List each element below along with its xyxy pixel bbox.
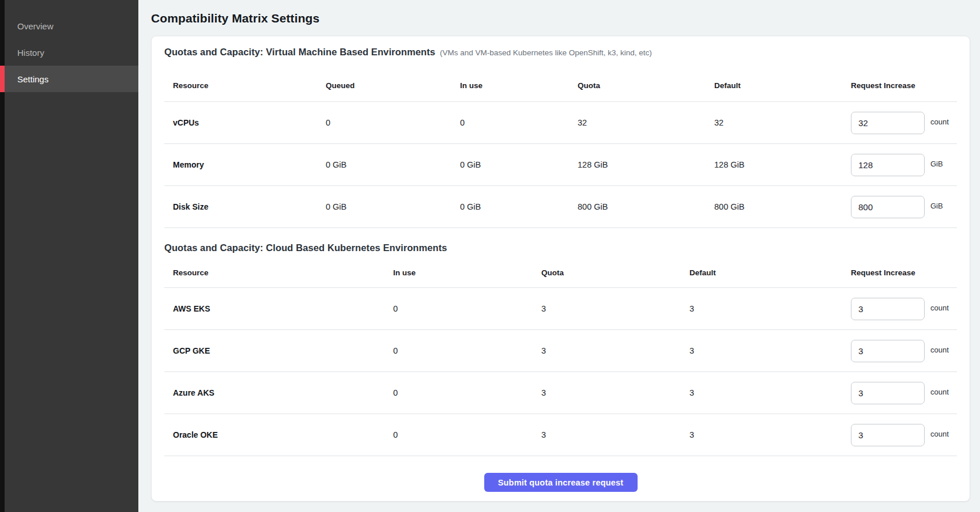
default-cell: 800 GiB	[714, 202, 851, 211]
request-increase-cell: count	[851, 424, 958, 446]
column-header: Quota	[541, 268, 689, 277]
default-cell: 3	[689, 346, 851, 355]
default-cell: 3	[689, 388, 851, 397]
request-increase-input[interactable]	[851, 424, 925, 446]
sidebar-item-overview[interactable]: Overview	[0, 13, 138, 39]
table-header-row: Resource In use Quota Default Request In…	[164, 258, 957, 288]
default-cell: 32	[714, 118, 851, 127]
in-use-cell: 0 GiB	[460, 202, 578, 211]
request-increase-input[interactable]	[851, 154, 925, 176]
queued-cell: 0 GiB	[326, 202, 460, 211]
in-use-cell: 0	[393, 388, 541, 397]
unit-label: count	[930, 117, 958, 126]
column-header: Resource	[173, 81, 326, 90]
request-increase-cell: GiB	[851, 196, 958, 218]
sidebar-item-history[interactable]: History	[0, 39, 138, 66]
request-increase-input[interactable]	[851, 298, 925, 320]
column-header: In use	[460, 81, 578, 90]
column-header: Default	[689, 268, 851, 277]
sidebar-nav: Overview History Settings	[0, 0, 138, 92]
card-footer: Submit quota increase request	[164, 473, 957, 492]
quota-cell: 3	[541, 430, 689, 439]
sidebar: Overview History Settings	[0, 0, 138, 512]
quota-cell: 3	[541, 346, 689, 355]
table-row: Memory 0 GiB 0 GiB 128 GiB 128 GiB GiB	[164, 144, 957, 186]
in-use-cell: 0	[393, 304, 541, 313]
table-row: Oracle OKE 0 3 3 count	[164, 414, 957, 456]
unit-label: count	[930, 346, 958, 354]
queued-cell: 0	[326, 118, 460, 127]
section-cloud-k8s-environments: Quotas and Capacity: Cloud Based Kuberne…	[164, 242, 957, 456]
unit-label: count	[930, 304, 958, 312]
section-heading: Quotas and Capacity: Virtual Machine Bas…	[164, 47, 435, 58]
section-vm-environments: Quotas and Capacity: Virtual Machine Bas…	[164, 47, 957, 228]
request-increase-cell: GiB	[851, 154, 958, 176]
submit-quota-request-button[interactable]: Submit quota increase request	[484, 473, 638, 492]
table-row: Azure AKS 0 3 3 count	[164, 372, 957, 414]
default-cell: 128 GiB	[714, 160, 851, 169]
in-use-cell: 0	[393, 430, 541, 439]
sidebar-item-label: Overview	[17, 21, 54, 31]
section-heading: Quotas and Capacity: Cloud Based Kuberne…	[164, 242, 447, 253]
quota-cell: 3	[541, 304, 689, 313]
unit-label: GiB	[930, 202, 958, 210]
column-header: Request Increase	[851, 81, 957, 90]
resource-cell: Disk Size	[173, 202, 326, 211]
table-row: AWS EKS 0 3 3 count	[164, 288, 957, 330]
table-row: Disk Size 0 GiB 0 GiB 800 GiB 800 GiB Gi…	[164, 186, 957, 228]
column-header: Default	[714, 81, 851, 90]
resource-cell: Memory	[173, 160, 326, 169]
in-use-cell: 0 GiB	[460, 160, 578, 169]
sidebar-item-label: Settings	[17, 74, 48, 84]
request-increase-cell: count	[851, 382, 958, 404]
quota-cell: 128 GiB	[578, 160, 714, 169]
request-increase-input[interactable]	[851, 382, 925, 404]
request-increase-input[interactable]	[851, 112, 925, 134]
unit-label: count	[930, 388, 958, 396]
default-cell: 3	[689, 430, 851, 439]
request-increase-cell: count	[851, 340, 958, 362]
quotas-card: Quotas and Capacity: Virtual Machine Bas…	[151, 36, 970, 502]
sidebar-item-settings[interactable]: Settings	[0, 66, 138, 92]
in-use-cell: 0	[393, 346, 541, 355]
queued-cell: 0 GiB	[326, 160, 460, 169]
request-increase-input[interactable]	[851, 340, 925, 362]
section-subtitle: (VMs and VM-based Kubernetes like OpenSh…	[440, 48, 652, 57]
column-header: In use	[393, 268, 541, 277]
sidebar-item-label: History	[17, 48, 44, 58]
default-cell: 3	[689, 304, 851, 313]
table-row: GCP GKE 0 3 3 count	[164, 330, 957, 372]
table-header-row: Resource Queued In use Quota Default Req…	[164, 70, 957, 102]
resource-cell: vCPUs	[173, 118, 326, 127]
column-header: Queued	[326, 81, 460, 90]
column-header: Resource	[173, 268, 393, 277]
request-increase-cell: count	[851, 298, 958, 320]
column-header: Quota	[578, 81, 714, 90]
unit-label: GiB	[930, 160, 958, 168]
resource-cell: AWS EKS	[173, 304, 393, 313]
resource-cell: Azure AKS	[173, 388, 393, 397]
resource-cell: GCP GKE	[173, 346, 393, 355]
quota-cell: 32	[578, 118, 714, 127]
app-window: Overview History Settings Compatibility …	[0, 0, 980, 512]
page-title: Compatibility Matrix Settings	[151, 12, 970, 25]
quota-cell: 800 GiB	[578, 202, 714, 211]
request-increase-input[interactable]	[851, 196, 925, 218]
resource-cell: Oracle OKE	[173, 430, 393, 439]
unit-label: count	[930, 430, 958, 438]
table-row: vCPUs 0 0 32 32 count	[164, 102, 957, 144]
column-header: Request Increase	[851, 268, 957, 277]
in-use-cell: 0	[460, 118, 578, 127]
request-increase-cell: count	[851, 112, 958, 134]
main-content: Compatibility Matrix Settings Quotas and…	[138, 0, 980, 512]
quota-cell: 3	[541, 388, 689, 397]
